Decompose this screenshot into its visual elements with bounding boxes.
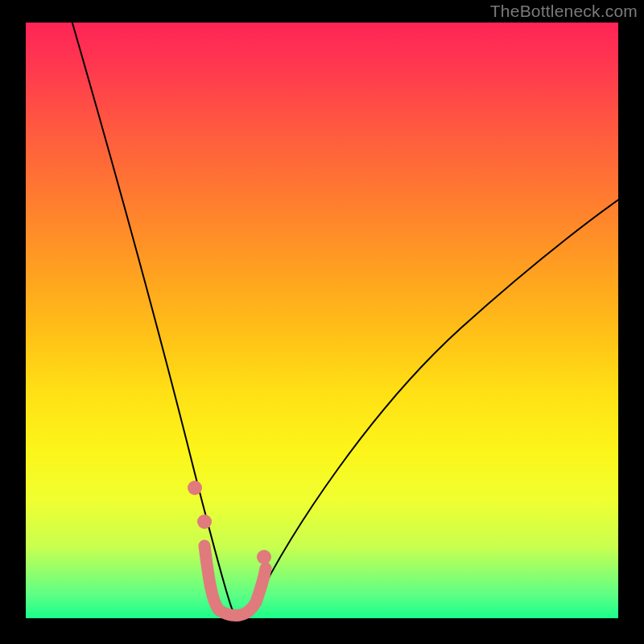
watermark-text: TheBottleneck.com [490,2,638,21]
highlight-dot-3 [257,550,271,564]
highlight-dot-2 [197,514,212,529]
chart-frame: TheBottleneck.com [0,0,644,644]
highlight-dot-1 [188,481,202,495]
bottleneck-curve [68,6,638,614]
plot-area [26,23,618,618]
highlight-minimum [204,546,266,616]
chart-svg [26,23,618,618]
